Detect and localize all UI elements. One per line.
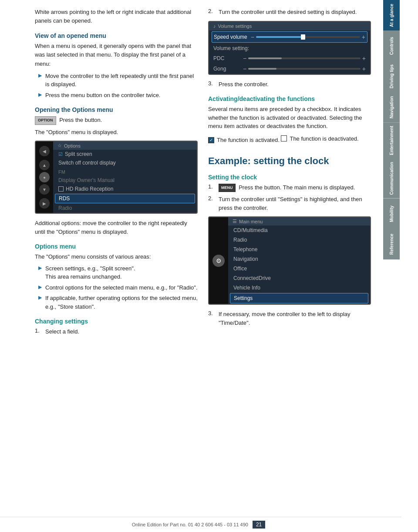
clock-step1-item: 1. MENU Press the button. The main menu … <box>208 183 371 192</box>
hd-radio-checkbox <box>58 186 64 192</box>
activating-heading: Activating/deactivating the functions <box>208 95 371 102</box>
options-item-switch-off: Switch off control display <box>53 158 197 167</box>
bullet-item-2: ▶ Press the menu button on the controlle… <box>38 91 198 100</box>
deactivated-label: The function is deactivated. <box>290 135 358 142</box>
options-item-display-manual: Display Owner's Manual <box>53 176 197 185</box>
vol-speed-track <box>256 36 360 38</box>
clock-step3-item: 3. If necessary, move the controller to … <box>208 310 371 327</box>
gear-icon: ⚙ <box>212 255 225 267</box>
step2-text: Turn the controller until the desired se… <box>219 8 357 17</box>
options-header-icon: ☆ <box>57 143 62 148</box>
clock-step1-text: MENU Press the button. The main menu is … <box>219 183 355 192</box>
vol-pdc-track <box>248 57 361 59</box>
additional-options-text: Additional options: move the controller … <box>35 219 198 236</box>
mainmenu-header-icon: ☰ <box>233 219 237 224</box>
mainmenu-item-navigation: Navigation <box>228 254 370 264</box>
options-item-fm: FM <box>53 167 197 176</box>
vol-speed-slider: − + <box>251 34 365 40</box>
intro-text: White arrows pointing to the left or rig… <box>35 8 198 25</box>
vol-pdc-label: PDC <box>213 55 239 61</box>
options-item-hd-radio: HD Radio Reception <box>53 185 197 193</box>
vol-pdc-plus: + <box>362 55 366 62</box>
vol-gong-minus: − <box>243 65 246 72</box>
vol-gong-fill <box>248 68 276 70</box>
options-bullet-arrow-2: ▶ <box>38 284 42 290</box>
vol-speed-label: Speed volume <box>214 34 247 40</box>
view-menu-text: When a menu is opened, it generally open… <box>35 42 198 68</box>
bullet-arrow-1: ▶ <box>38 73 42 78</box>
sidebar-tab-navigation[interactable]: Navigation <box>383 92 400 122</box>
options-item-radio: Radio <box>53 204 197 212</box>
vol-pdc-row: PDC − + <box>209 53 370 64</box>
sidebar-tab-controls[interactable]: Controls <box>383 30 400 61</box>
step1-text: Select a field. <box>45 327 79 336</box>
example-heading: Example: setting the clock <box>208 155 371 167</box>
clock-step2-num: 2. <box>208 195 215 212</box>
options-bullet-text-1: Screen settings, e.g., "Split screen". <box>45 265 135 272</box>
ctrl-right-btn[interactable]: ▶ <box>39 198 50 209</box>
sidebar-tab-mobility[interactable]: Mobility <box>383 199 400 229</box>
mainmenu-left-panel: ⚙ <box>209 217 228 304</box>
ctrl-down-btn[interactable]: ▼ <box>39 184 50 195</box>
options-screen: ◀ ▲ ● ▼ ▶ ☆ Options <box>35 141 198 214</box>
options-screen-header: ☆ Options <box>53 141 197 150</box>
mainmenu-item-telephone: Telephone <box>228 245 370 254</box>
clock-step1-num: 1. <box>208 183 215 192</box>
activating-text: Several menu items are preceded by a che… <box>208 105 371 131</box>
bullet-arrow-2: ▶ <box>38 92 42 98</box>
sidebar-tab-at-a-glance[interactable]: At a glance <box>383 0 400 30</box>
ctrl-left-btn[interactable]: ◀ <box>39 146 50 156</box>
mainmenu-item-radio: Radio <box>228 235 370 245</box>
setting-clock-heading: Setting the clock <box>208 174 371 181</box>
deactivated-checkbox <box>281 135 287 141</box>
clock-step3-num: 3. <box>208 310 215 327</box>
vol-screen-header: ♪ Volume settings <box>209 22 370 30</box>
footer-text: Online Edition for Part no. 01 40 2 606 … <box>132 522 248 527</box>
sidebar-tab-driving-tips[interactable]: Driving tips <box>383 61 400 92</box>
vol-pdc-fill <box>248 57 282 59</box>
press-option-text: OPTION Press the button. <box>35 116 198 125</box>
step1-item: 1. Select a field. <box>35 327 198 336</box>
step3-item: 3. Press the controller. <box>208 80 371 89</box>
vol-speed-row: Speed volume − + <box>212 31 367 43</box>
volume-screen: ♪ Volume settings Speed volume − + <box>208 21 371 75</box>
options-bullet-text-2: Control options for the selected main me… <box>45 283 198 292</box>
sidebar-tab-communication[interactable]: Communication <box>383 158 400 199</box>
vol-gong-slider: − + <box>243 65 366 72</box>
step2-num: 2. <box>208 8 215 17</box>
mainmenu-screen: ⚙ ☰ Main menu CD/Multimedia Radio Teleph… <box>208 216 371 305</box>
press-button-label: Press the button. <box>59 117 102 123</box>
step2-item: 2. Turn the controller until the desired… <box>208 8 371 17</box>
bullet-item-1: ▶ Move the controller to the left repeat… <box>38 72 198 89</box>
vol-header-icon: ♪ <box>213 24 216 29</box>
ctrl-center-btn[interactable]: ● <box>39 172 50 182</box>
options-bullet-text-3: If applicable, further operating options… <box>45 294 198 311</box>
options-bullet-1: ▶ Screen settings, e.g., "Split screen".… <box>38 264 198 281</box>
step3-text: Press the controller. <box>219 80 269 89</box>
options-menu-intro: The "Options" menu consists of various a… <box>35 253 198 261</box>
sidebar-tab-entertainment[interactable]: Entertainment <box>383 122 400 158</box>
options-main-panel: ☆ Options ☑ Split screen Switch off cont… <box>53 141 197 213</box>
page-footer: Online Edition for Part no. 01 40 2 606 … <box>0 517 401 532</box>
options-menu-heading: Options menu <box>35 243 198 250</box>
options-bullet-text-1b: This area remains unchanged. <box>45 273 122 280</box>
sidebar-tab-reference[interactable]: Reference <box>383 229 400 259</box>
options-displayed-text: The "Options" menu is displayed. <box>35 128 198 137</box>
page-number: 21 <box>253 521 265 529</box>
vol-gong-row: Gong − + <box>209 64 370 74</box>
activated-label: The function is activated. <box>217 137 280 143</box>
view-menu-heading: View of an opened menu <box>35 32 198 39</box>
right-sidebar: At a glance Controls Driving tips Naviga… <box>383 0 400 532</box>
ctrl-up-btn[interactable]: ▲ <box>39 160 50 170</box>
options-left-controller: ◀ ▲ ● ▼ ▶ <box>36 141 53 213</box>
step3-num: 3. <box>208 80 215 89</box>
option-button-image: OPTION <box>35 116 56 125</box>
vol-gong-plus: + <box>362 65 366 72</box>
vol-setting-label: Volume setting: <box>213 45 249 51</box>
mainmenu-item-vehicleinfo: Vehicle Info <box>228 283 370 293</box>
options-bullet-arrow-1: ▶ <box>38 265 42 271</box>
menu-button-image: MENU <box>219 184 236 192</box>
clock-step2-item: 2. Turn the controller until "Settings" … <box>208 195 371 212</box>
vol-speed-fill <box>256 36 303 38</box>
options-item-split-screen: ☑ Split screen <box>53 150 197 158</box>
